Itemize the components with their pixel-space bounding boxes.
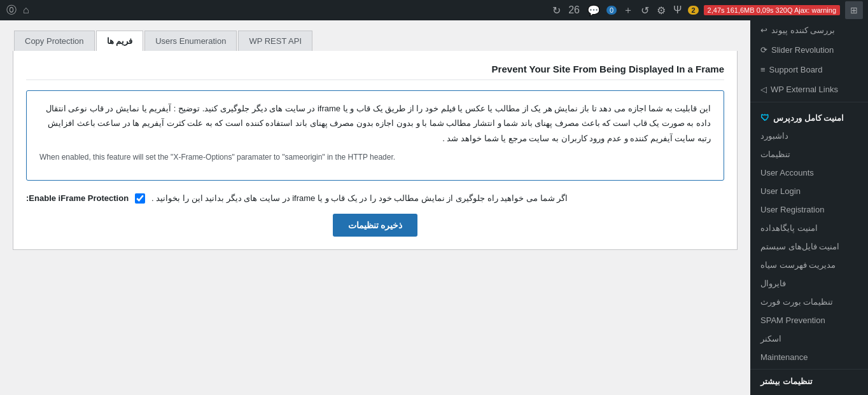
sidebar-item-user-login[interactable]: User Login bbox=[750, 182, 868, 200]
dashboard-label: داشبورد bbox=[760, 131, 788, 141]
sidebar-item-filesystem-security[interactable]: امنیت فایل‌های سیستم bbox=[750, 237, 868, 256]
viking-icon[interactable]: Ψ bbox=[672, 3, 683, 17]
backlink-label: بررسی کننده پیوند bbox=[771, 25, 835, 35]
sidebar-item-dashboard[interactable]: داشبورد bbox=[750, 127, 868, 145]
sidebar: بررسی کننده پیوند ↩ Slider Revolution ⟳ … bbox=[750, 20, 868, 395]
admin-bar: ⊞ 2,47s 161,6MB 0,09s 320Q Ajax: warning… bbox=[0, 0, 868, 20]
wp-external-links-icon: ◁ bbox=[760, 85, 767, 94]
plus-icon[interactable]: ＋ bbox=[622, 3, 634, 18]
main-content: WP REST API Users Enumeration فریم ها Co… bbox=[0, 20, 750, 395]
wp-external-links-label: WP External Links bbox=[771, 85, 838, 94]
refresh-icon[interactable]: ↺ bbox=[640, 3, 650, 18]
sidebar-item-brute-force[interactable]: تنظیمات بورت فورث bbox=[750, 293, 868, 311]
filesystem-security-label: امنیت فایل‌های سیستم bbox=[760, 242, 839, 251]
slider-revolution-icon: ⟳ bbox=[760, 45, 767, 55]
tabs-bar: WP REST API Users Enumeration فریم ها Co… bbox=[0, 20, 750, 51]
checkbox-label[interactable]: Enable iFrame Protection: bbox=[26, 193, 129, 203]
main-layout: بررسی کننده پیوند ↩ Slider Revolution ⟳ … bbox=[0, 20, 868, 395]
support-board-label: Support Board bbox=[769, 65, 823, 74]
sidebar-item-wp-external-links[interactable]: WP External Links ◁ bbox=[750, 80, 868, 99]
content-box: Prevent Your Site From Being Displayed I… bbox=[13, 51, 738, 250]
spam-prevention-label: SPAM Prevention bbox=[760, 315, 825, 325]
backlink-icon: ↩ bbox=[760, 25, 767, 35]
home-icon[interactable]: ⌂ bbox=[22, 3, 31, 17]
scanner-label: اسکنر bbox=[760, 334, 781, 343]
warning-count[interactable]: 2 bbox=[688, 6, 698, 15]
sidebar-item-slider-revolution[interactable]: Slider Revolution ⟳ bbox=[750, 40, 868, 60]
save-row: ذخیره تنظیمات bbox=[26, 214, 724, 237]
wp-logo-icon[interactable]: ⊞ bbox=[845, 1, 863, 19]
tab-copy-protection[interactable]: Copy Protection bbox=[14, 31, 95, 51]
user-registration-label: User Registration bbox=[760, 205, 824, 214]
tab-wp-rest-api[interactable]: WP REST API bbox=[238, 31, 312, 51]
main-section-label: امنیت کامل وردپرس bbox=[773, 113, 844, 123]
section-title: Prevent Your Site From Being Displayed I… bbox=[26, 64, 724, 80]
sidebar-external-links: بررسی کننده پیوند ↩ Slider Revolution ⟳ … bbox=[750, 20, 868, 102]
sidebar-item-db-security[interactable]: امنیت پایگاهداده bbox=[750, 219, 868, 237]
sidebar-item-support-board[interactable]: Support Board ≡ bbox=[750, 60, 868, 80]
db-security-label: امنیت پایگاهداده bbox=[760, 223, 818, 233]
save-button[interactable]: ذخیره تنظیمات bbox=[333, 214, 418, 237]
wp-icon[interactable]: ⓪ bbox=[5, 3, 18, 18]
settings-label: تنظیمات bbox=[760, 149, 790, 159]
sidebar-item-blacklist-manager[interactable]: مدیریت فهرست سیاه bbox=[750, 256, 868, 274]
maintenance-label: Maintenance bbox=[760, 352, 808, 362]
sidebar-item-spam-prevention[interactable]: SPAM Prevention bbox=[750, 311, 868, 329]
support-board-icon: ≡ bbox=[760, 65, 766, 74]
iframe-protection-checkbox[interactable] bbox=[135, 193, 145, 204]
user-login-label: User Login bbox=[760, 186, 801, 196]
checkbox-subtext: اگر شما می خواهید راه جلوگیری از نمایش م… bbox=[151, 193, 568, 203]
sidebar-item-scanner[interactable]: اسکنر bbox=[750, 329, 868, 348]
info-text-en: When enabled, this feature will set the … bbox=[39, 151, 711, 165]
tab-forms[interactable]: فریم ها bbox=[96, 31, 144, 51]
slider-revolution-label: Slider Revolution bbox=[771, 45, 834, 55]
sidebar-main-section-title: امنیت کامل وردپرس 🛡 bbox=[750, 105, 868, 127]
sidebar-item-firewall[interactable]: فایروال bbox=[750, 274, 868, 293]
info-text-fa: این قابلیت به شما اجازه می دهد تا باز نم… bbox=[39, 101, 711, 146]
blacklist-manager-label: مدیریت فهرست سیاه bbox=[760, 260, 836, 270]
sidebar-item-backlink[interactable]: بررسی کننده پیوند ↩ bbox=[750, 20, 868, 40]
sidebar-divider bbox=[750, 369, 868, 370]
settings-icon[interactable]: ⚙ bbox=[655, 3, 667, 18]
user-count: 26 bbox=[567, 3, 581, 17]
user-accounts-label: User Accounts bbox=[760, 168, 814, 177]
more-settings-label: تنظیمات بیشتر bbox=[760, 377, 813, 386]
comment-icon[interactable]: 💬 bbox=[586, 3, 601, 18]
comment-count[interactable]: 0 bbox=[606, 6, 617, 15]
updates-icon[interactable]: ↻ bbox=[551, 3, 562, 18]
sidebar-item-settings[interactable]: تنظیمات bbox=[750, 145, 868, 163]
perf-stats: 2,47s 161,6MB 0,09s 320Q Ajax: warning bbox=[704, 5, 840, 15]
brute-force-label: تنظیمات بورت فورث bbox=[760, 297, 833, 307]
sidebar-item-maintenance[interactable]: Maintenance bbox=[750, 348, 868, 366]
option-row: اگر شما می خواهید راه جلوگیری از نمایش م… bbox=[26, 193, 724, 204]
sidebar-item-user-accounts[interactable]: User Accounts bbox=[750, 163, 868, 182]
tab-users-enumeration[interactable]: Users Enumeration bbox=[144, 31, 237, 51]
info-box: این قابلیت به شما اجازه می دهد تا باز نم… bbox=[26, 90, 724, 181]
admin-bar-left: ⊞ 2,47s 161,6MB 0,09s 320Q Ajax: warning… bbox=[551, 1, 863, 19]
sidebar-more-settings[interactable]: تنظیمات بیشتر bbox=[750, 372, 868, 391]
shield-icon: 🛡 bbox=[760, 113, 769, 123]
firewall-label: فایروال bbox=[760, 279, 786, 288]
sidebar-item-user-registration[interactable]: User Registration bbox=[750, 200, 868, 219]
admin-bar-right: ⌂ ⓪ bbox=[5, 3, 31, 18]
